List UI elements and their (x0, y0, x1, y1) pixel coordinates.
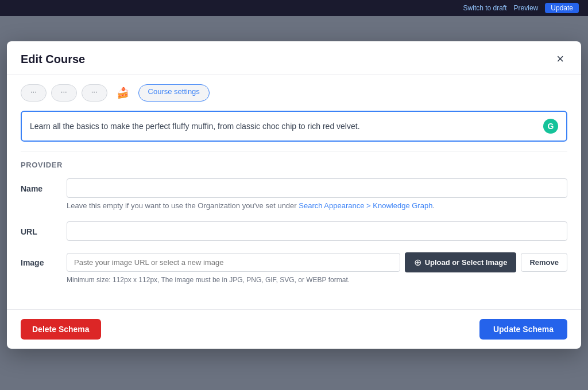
plus-circle-icon: ⊕ (414, 257, 421, 268)
name-input[interactable] (67, 178, 567, 198)
knowledge-graph-link[interactable]: Search Appearance > Knowledge Graph (299, 201, 432, 210)
url-label: URL (21, 221, 67, 236)
name-field-container: Leave this empty if you want to use the … (67, 178, 567, 210)
image-field-container: ⊕ Upload or Select Image Remove Minimum … (67, 252, 567, 284)
image-controls: ⊕ Upload or Select Image Remove (67, 252, 567, 272)
remove-image-button[interactable]: Remove (521, 253, 567, 272)
tab-pill-3[interactable]: ··· (82, 84, 107, 102)
provider-section-label: Provider (21, 161, 567, 169)
modal-header: Edit Course × (7, 41, 581, 75)
url-row: URL (21, 221, 567, 241)
update-button[interactable]: Update (545, 3, 579, 13)
tabs-row: ··· ··· ··· 🍰 Course settings (21, 84, 567, 102)
edit-course-modal: Edit Course × ··· ··· ··· 🍰 Course setti… (7, 41, 581, 349)
image-row: Image ⊕ Upload or Select Image Remove Mi… (21, 252, 567, 284)
modal-title: Edit Course (21, 53, 85, 66)
description-field[interactable]: Learn all the basics to make the perfect… (21, 111, 567, 142)
preview-button[interactable]: Preview (514, 4, 539, 12)
tab-course-settings[interactable]: Course settings (138, 84, 210, 102)
modal-body: ··· ··· ··· 🍰 Course settings Learn all … (7, 75, 581, 305)
close-button[interactable]: × (553, 52, 567, 67)
update-schema-button[interactable]: Update Schema (479, 319, 567, 340)
modal-footer: Delete Schema Update Schema (7, 309, 581, 349)
tab-emoji[interactable]: 🍰 (112, 84, 134, 102)
name-label: Name (21, 178, 67, 193)
name-row: Name Leave this empty if you want to use… (21, 178, 567, 210)
tab-pill-1[interactable]: ··· (21, 84, 47, 102)
section-divider (21, 151, 567, 151)
name-hint: Leave this empty if you want to use the … (67, 201, 567, 210)
description-text: Learn all the basics to make the perfect… (30, 120, 537, 132)
switch-draft-button[interactable]: Switch to draft (463, 4, 507, 12)
grammarly-icon: G (543, 119, 558, 134)
url-field-container (67, 221, 567, 241)
tab-pill-2[interactable]: ··· (51, 84, 77, 102)
upload-select-image-button[interactable]: ⊕ Upload or Select Image (405, 252, 517, 272)
image-hint-text: Minimum size: 112px x 112px, The image m… (67, 276, 567, 284)
image-url-input[interactable] (67, 253, 400, 272)
image-label: Image (21, 252, 67, 267)
url-input[interactable] (67, 221, 567, 241)
delete-schema-button[interactable]: Delete Schema (21, 319, 101, 340)
